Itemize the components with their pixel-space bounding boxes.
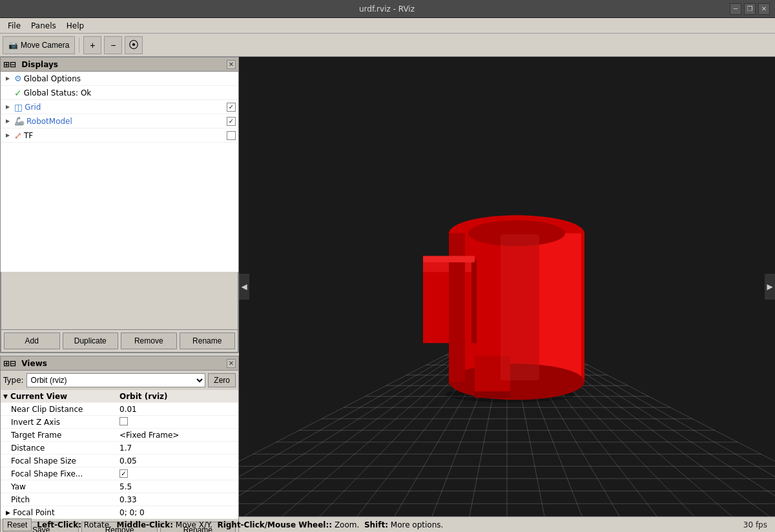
current-view-expand: ▼ [3, 393, 8, 400]
tree-item-robot-model[interactable]: ▶ 🦾 RobotModel ✓ [1, 114, 238, 128]
duplicate-display-button[interactable]: ⦿ [125, 36, 143, 54]
focal-point-expand[interactable]: ▶ [6, 509, 10, 516]
views-panel-header: ⊞⊟ Views ✕ [1, 356, 238, 371]
svg-rect-3 [539, 233, 581, 382]
views-type-row: Type: Orbit (rviz) Zero [1, 371, 238, 390]
robot-model-checkbox[interactable]: ✓ [227, 117, 236, 126]
grid-icon: ◫ [14, 102, 23, 112]
views-table: ▼ Current View Orbit (rviz) Near Clip Di… [1, 390, 238, 519]
tf-icon: ⤢ [14, 130, 22, 141]
view-row-focal-shape-size: Focal Shape Size 0.05 [1, 455, 238, 467]
remove-button[interactable]: Remove [121, 332, 177, 349]
viewport-right-arrow[interactable]: ▶ [765, 274, 775, 300]
menu-file[interactable]: File [3, 20, 26, 32]
rename-button[interactable]: Rename [180, 332, 236, 349]
tf-checkbox[interactable] [227, 131, 236, 140]
status-text: Left-Click: Rotate. Middle-Click: Move X… [37, 520, 443, 529]
view-row-pitch: Pitch 0.33 [1, 493, 238, 506]
menu-panels[interactable]: Panels [26, 20, 61, 32]
view-row-distance: Distance 1.7 [1, 442, 238, 455]
close-button[interactable]: ✕ [758, 3, 770, 15]
display-tree: ▶ ⚙ Global Options ✓ Global Status: Ok ▶… [1, 72, 238, 272]
viewport-left-arrow[interactable]: ◀ [239, 274, 249, 300]
minimize-button[interactable]: ─ [730, 3, 741, 15]
fps-counter: 30 fps [743, 520, 772, 529]
displays-close-button[interactable]: ✕ [227, 60, 236, 69]
left-panel: ⊞⊟ Displays ✕ ▶ ⚙ Global Options ✓ Globa… [0, 57, 239, 517]
remove-display-button[interactable]: − [104, 36, 122, 54]
tree-item-global-options[interactable]: ▶ ⚙ Global Options [1, 72, 238, 86]
view-row-target-frame: Target Frame <Fixed Frame> [1, 429, 238, 442]
global-status-icon: ✓ [14, 88, 22, 98]
svg-rect-13 [501, 234, 539, 380]
main-layout: ⊞⊟ Displays ✕ ▶ ⚙ Global Options ✓ Globa… [0, 57, 775, 517]
type-select[interactable]: Orbit (rviz) [26, 373, 206, 387]
camera-icon: 📷 [8, 41, 18, 50]
tf-label: TF [24, 131, 227, 140]
expand-tf[interactable]: ▶ [3, 131, 12, 140]
svg-rect-10 [475, 391, 510, 398]
global-options-label: Global Options [24, 74, 238, 83]
view-row-near-clip: Near Clip Distance 0.01 [1, 403, 238, 416]
current-view-header[interactable]: ▼ Current View Orbit (rviz) [1, 390, 238, 403]
expand-robot-model[interactable]: ▶ [3, 117, 12, 126]
views-title: Views [21, 359, 47, 368]
expand-global-status[interactable] [3, 88, 12, 97]
robot-model-label: RobotModel [26, 117, 227, 126]
current-view-label: Current View [10, 392, 67, 401]
global-options-icon: ⚙ [14, 74, 22, 83]
type-label: Type: [3, 376, 24, 385]
robot-3d-model [391, 136, 623, 409]
svg-rect-11 [449, 233, 465, 382]
menubar: File Panels Help [0, 18, 775, 34]
focal-shape-checkbox[interactable]: ✓ [119, 469, 128, 478]
tree-item-grid[interactable]: ▶ ◫ Grid ✓ [1, 100, 238, 114]
displays-buttons: Add Duplicate Remove Rename [1, 330, 238, 353]
window-title: urdf.rviz - RViz [44, 5, 730, 14]
view-row-focal-point: ▶ Focal Point 0; 0; 0 [1, 506, 238, 519]
displays-title: Displays [21, 60, 58, 69]
invert-z-checkbox[interactable] [119, 417, 128, 425]
view-row-focal-shape-fixed: Focal Shape Fixe... ✓ [1, 467, 238, 480]
views-close-button[interactable]: ✕ [227, 359, 236, 368]
viewport[interactable]: ◀ ▶ [239, 57, 775, 517]
svg-rect-8 [471, 259, 477, 343]
expand-grid[interactable]: ▶ [3, 103, 12, 112]
view-row-yaw: Yaw 5.5 [1, 480, 238, 493]
svg-rect-12 [423, 256, 475, 262]
displays-panel-header: ⊞⊟ Displays ✕ [1, 57, 238, 72]
views-panel: ⊞⊟ Views ✕ Type: Orbit (rviz) Zero ▼ [0, 356, 239, 532]
displays-panel: ⊞⊟ Displays ✕ ▶ ⚙ Global Options ✓ Globa… [0, 57, 239, 353]
titlebar: urdf.rviz - RViz ─ ❐ ✕ [0, 0, 775, 18]
zero-button[interactable]: Zero [208, 373, 236, 387]
duplicate-button[interactable]: Duplicate [63, 332, 119, 349]
properties-area [1, 272, 238, 330]
tree-item-global-status[interactable]: ✓ Global Status: Ok [1, 86, 238, 100]
grid-label: Grid [25, 103, 227, 112]
displays-icon: ⊞⊟ [3, 60, 16, 69]
current-view-type: Orbit (rviz) [117, 392, 238, 401]
view-row-invert-z: Invert Z Axis [1, 416, 238, 429]
add-button[interactable]: Add [4, 332, 60, 349]
restore-button[interactable]: ❐ [744, 3, 756, 15]
global-status-label: Global Status: Ok [24, 88, 238, 97]
robot-model-icon: 🦾 [14, 116, 25, 126]
views-icon: ⊞⊟ [3, 359, 16, 368]
expand-global-options[interactable]: ▶ [3, 74, 12, 83]
toolbar: 📷 Move Camera + − ⦿ [0, 34, 775, 57]
menu-help[interactable]: Help [61, 20, 89, 32]
tree-item-tf[interactable]: ▶ ⤢ TF [1, 128, 238, 143]
add-display-button[interactable]: + [83, 36, 101, 54]
window-controls[interactable]: ─ ❐ ✕ [730, 3, 770, 15]
move-camera-button[interactable]: 📷 Move Camera [3, 36, 75, 54]
reset-button[interactable]: Reset [3, 518, 32, 531]
toolbar-separator [79, 37, 79, 53]
grid-checkbox[interactable]: ✓ [227, 103, 236, 112]
